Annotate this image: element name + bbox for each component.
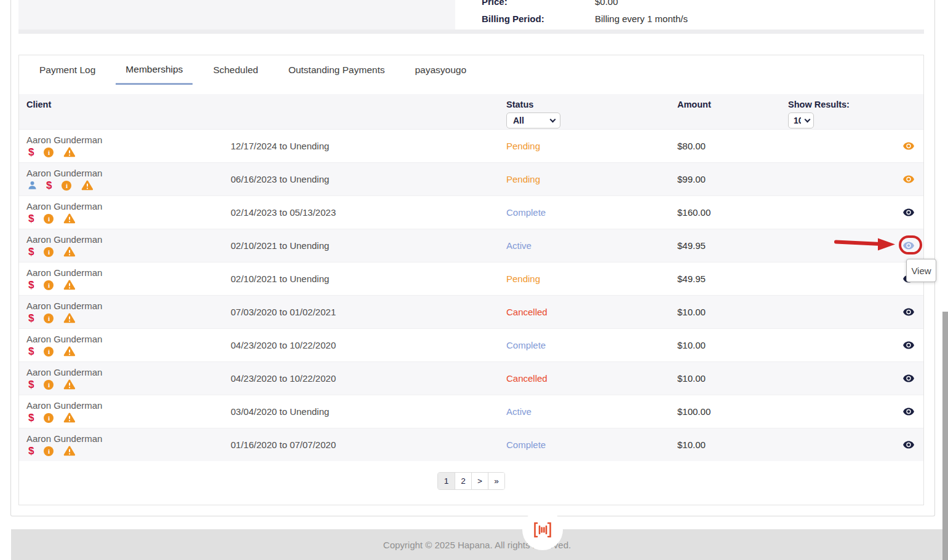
info-icon[interactable]: i	[44, 446, 54, 456]
billing-alert-icon[interactable]: $	[28, 346, 34, 357]
client-name-link[interactable]: Aaron Gunderman	[26, 400, 231, 411]
status-filter-select[interactable]: All	[506, 112, 560, 128]
view-eye-icon[interactable]	[903, 175, 914, 183]
billing-period-label: Billing Period:	[482, 14, 595, 24]
billing-alert-icon[interactable]: $	[28, 313, 34, 323]
amount-value: $10.00	[677, 307, 788, 317]
client-name-link[interactable]: Aaron Gunderman	[26, 433, 231, 444]
view-eye-icon[interactable]	[903, 208, 914, 216]
billing-period-row: Billing Period: Billing every 1 month/s	[482, 14, 688, 24]
tab-memberships[interactable]: Memberships	[116, 55, 193, 85]
view-eye-icon-highlighted[interactable]	[903, 242, 914, 250]
tab-scheduled[interactable]: Scheduled	[203, 55, 268, 85]
annotation-arrow-icon	[834, 237, 898, 252]
amount-value: $49.95	[677, 274, 788, 284]
status-text: Complete	[506, 340, 677, 350]
membership-period: 02/10/2021 to Unending	[231, 274, 506, 284]
warning-icon[interactable]	[63, 379, 76, 390]
warning-icon[interactable]	[63, 446, 76, 456]
billing-alert-icon[interactable]: $	[46, 180, 52, 191]
page-button-2[interactable]: 2	[455, 473, 471, 489]
info-icon[interactable]: i	[44, 413, 54, 423]
table-row: Aaron Gunderman $ i 07/03/2020 to 01/02/…	[19, 295, 923, 328]
billing-alert-icon[interactable]: $	[28, 246, 34, 257]
show-results-select[interactable]: 10	[788, 112, 814, 128]
table-row: Aaron Gunderman $ i 03/04/2020 to Unendi…	[19, 395, 923, 428]
pagination: 1 2 > »	[437, 472, 505, 490]
view-eye-icon[interactable]	[903, 142, 914, 150]
view-eye-icon[interactable]	[903, 408, 914, 416]
warning-icon[interactable]	[63, 313, 76, 323]
amount-value: $10.00	[677, 373, 788, 384]
billing-alert-icon[interactable]: $	[28, 446, 34, 456]
table-header: Client Status All Amount Show Results: 1…	[19, 94, 923, 129]
view-eye-icon[interactable]	[903, 308, 914, 316]
status-text: Pending	[506, 141, 677, 151]
linked-client-icon[interactable]	[28, 181, 36, 189]
membership-period: 02/10/2021 to Unending	[231, 240, 506, 251]
amount-value: $49.95	[677, 240, 788, 251]
page-next-button[interactable]: >	[471, 473, 488, 489]
info-icon[interactable]: i	[62, 181, 71, 191]
footer: Copyright © 2025 Hapana. All rights rese…	[11, 529, 943, 560]
client-column-header: Client	[26, 100, 51, 109]
info-icon[interactable]: i	[44, 347, 54, 357]
warning-icon[interactable]	[63, 213, 76, 224]
info-icon[interactable]: i	[44, 148, 54, 157]
warning-icon[interactable]	[63, 280, 76, 290]
billing-alert-icon[interactable]: $	[28, 280, 34, 290]
table-row: Aaron Gunderman $ i 12/17/2024 to Unendi…	[19, 129, 923, 162]
vertical-scrollbar[interactable]	[942, 312, 948, 560]
page-last-button[interactable]: »	[488, 473, 504, 489]
tab-outstanding-payments[interactable]: Outstanding Payments	[279, 55, 395, 85]
view-tooltip-label: View	[911, 266, 931, 276]
client-name-link[interactable]: Aaron Gunderman	[26, 201, 231, 211]
info-icon[interactable]: i	[44, 214, 54, 224]
billing-alert-icon[interactable]: $	[28, 147, 34, 157]
tabs-spacer	[19, 90, 923, 94]
view-eye-icon[interactable]	[903, 374, 914, 382]
client-name-link[interactable]: Aaron Gunderman	[26, 234, 231, 245]
status-text: Cancelled	[506, 307, 677, 317]
view-eye-icon[interactable]	[903, 341, 914, 349]
memberships-card: Payment Log Memberships Scheduled Outsta…	[18, 55, 924, 505]
tab-bar: Payment Log Memberships Scheduled Outsta…	[19, 55, 923, 90]
warning-icon[interactable]	[63, 147, 76, 157]
client-name-link[interactable]: Aaron Gunderman	[26, 135, 231, 145]
amount-value: $99.00	[677, 174, 788, 184]
client-name-link[interactable]: Aaron Gunderman	[26, 367, 231, 377]
info-icon[interactable]: i	[44, 280, 54, 290]
tab-payment-log[interactable]: Payment Log	[30, 55, 105, 85]
view-eye-icon[interactable]	[903, 441, 914, 449]
client-name-link[interactable]: Aaron Gunderman	[26, 301, 231, 311]
table-row: Aaron Gunderman $ i 02/10/2021 to Unendi…	[19, 229, 923, 262]
status-text: Cancelled	[506, 373, 677, 384]
info-icon[interactable]: i	[44, 380, 54, 390]
client-name-link[interactable]: Aaron Gunderman	[26, 168, 231, 178]
tab-payasyougo[interactable]: payasyougo	[405, 55, 476, 85]
table-row: Aaron Gunderman $ i 04/23/2020 to 10/22/…	[19, 361, 923, 395]
membership-period: 03/04/2020 to Unending	[231, 406, 506, 417]
membership-period: 04/23/2020 to 10/22/2020	[231, 340, 506, 350]
client-name-link[interactable]: Aaron Gunderman	[26, 334, 231, 344]
billing-alert-icon[interactable]: $	[28, 213, 34, 224]
status-text: Active	[506, 406, 677, 417]
table-row: Aaron Gunderman $ i 01/16/2020 to 07/07/…	[19, 428, 923, 461]
amount-value: $80.00	[677, 141, 788, 151]
page-button-1[interactable]: 1	[438, 473, 455, 489]
status-text: Complete	[506, 207, 677, 218]
warning-icon[interactable]	[63, 246, 76, 257]
warning-icon[interactable]	[63, 412, 76, 423]
warning-icon[interactable]	[63, 346, 76, 357]
info-icon[interactable]: i	[44, 247, 54, 257]
barcode-fab-button[interactable]	[522, 510, 563, 550]
barcode-scan-icon	[531, 521, 554, 539]
status-text: Pending	[506, 274, 677, 284]
billing-alert-icon[interactable]: $	[28, 379, 34, 390]
info-icon[interactable]: i	[44, 314, 54, 323]
status-filter-label: Status	[506, 100, 533, 109]
client-name-link[interactable]: Aaron Gunderman	[26, 267, 231, 278]
price-label: Price:	[482, 0, 595, 7]
warning-icon[interactable]	[81, 180, 94, 191]
billing-alert-icon[interactable]: $	[28, 412, 34, 423]
